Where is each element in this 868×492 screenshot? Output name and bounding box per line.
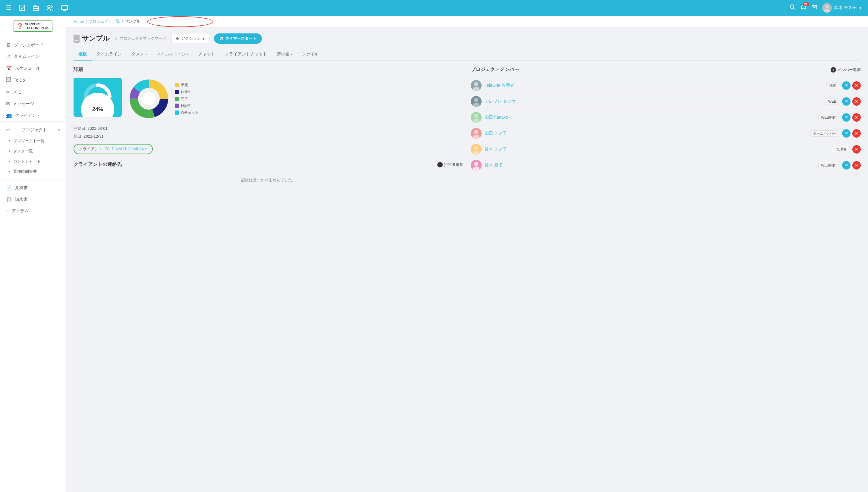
sidebar-item-message[interactable]: ✉ メッセージ <box>0 98 66 109</box>
email-button[interactable]: ✉ <box>842 129 850 138</box>
sub-item-label: ガントチャート <box>13 159 41 164</box>
tab-overview[interactable]: 概観 <box>73 48 92 60</box>
member-name[interactable]: TeleOne 管理者 <box>485 83 823 88</box>
sidebar-sub-item-task-list[interactable]: タスク一覧 <box>0 146 66 156</box>
member-row: 鈴木 テス子 管理者 ✕ <box>471 142 861 157</box>
member-row: テレワン タロウ WEB ✉ ✕ <box>471 94 861 109</box>
menu-icon[interactable]: ☰ <box>6 4 11 11</box>
member-name[interactable]: 鈴木 夏子 <box>485 163 815 168</box>
member-name[interactable]: 鈴木 テス子 <box>485 147 830 152</box>
tab-task[interactable]: タスク ▾ <box>126 48 151 60</box>
avatar <box>471 112 482 123</box>
tab-invoice[interactable]: 請求書 ▾ <box>272 48 297 60</box>
sidebar-item-client[interactable]: 👥 クライアント <box>0 109 66 121</box>
donut-chart <box>128 78 170 120</box>
sidebar-item-label: アイテム <box>12 208 29 214</box>
sidebar-sub-item-gantt[interactable]: ガントチャート <box>0 156 66 167</box>
sidebar-section-bottom: 📄 見積書 📋 請求書 ≡ アイテム <box>0 179 66 219</box>
page-title: サンプル <box>82 34 110 43</box>
items-icon: ≡ <box>6 208 9 214</box>
member-name[interactable]: テレワン タロウ <box>485 99 822 104</box>
legend-item-done: 完了 <box>175 96 198 101</box>
member-actions: ✉ ✕ <box>842 113 861 122</box>
member-name[interactable]: 山田 hanako <box>485 115 815 120</box>
email-button[interactable]: ✉ <box>842 161 850 170</box>
breadcrumb-projects[interactable]: プロジェクト一覧 <box>89 19 120 24</box>
tab-timeline[interactable]: タイムライン <box>92 48 126 60</box>
remove-button[interactable]: ✕ <box>852 145 861 153</box>
remove-button[interactable]: ✕ <box>852 81 861 90</box>
client-info: クライアント: TELE-KNOT-COMPANY <box>73 142 464 154</box>
bookmark-label: プロジェクトブックマーク <box>119 36 166 41</box>
breadcrumb-home[interactable]: Home <box>73 19 84 24</box>
legend-color-wcheck <box>175 110 179 115</box>
avatar <box>471 144 482 155</box>
sidebar-item-label: メッセージ <box>13 101 34 106</box>
tab-milestone[interactable]: マイルストーン ▾ <box>151 48 193 60</box>
page-header: □ サンプル ☆ プロジェクトブックマーク ⚙ アクション ▾ ⏱ タイマースタ… <box>73 33 861 44</box>
search-icon[interactable] <box>790 4 796 12</box>
member-role: WEB <box>825 98 839 104</box>
email-button[interactable]: ✉ <box>842 113 850 122</box>
sidebar-item-schedule[interactable]: 📅 スケジュール <box>0 62 66 74</box>
invoice-icon: 📋 <box>6 197 12 202</box>
sidebar-item-label: 見積書 <box>15 185 28 191</box>
user-profile[interactable]: 鈴木 テス子 ▼ <box>822 3 862 13</box>
remove-button[interactable]: ✕ <box>852 161 861 170</box>
svg-point-31 <box>473 151 479 155</box>
legend-item-reviewing: 検討中 <box>175 103 198 108</box>
tab-chat[interactable]: チャット <box>193 48 220 60</box>
remove-button[interactable]: ✕ <box>852 97 861 106</box>
svg-point-33 <box>473 167 479 171</box>
remove-button[interactable]: ✕ <box>852 113 861 122</box>
task-icon[interactable] <box>19 4 25 11</box>
legend-item-scheduled: 予定 <box>175 82 198 88</box>
end-date: 期日: 2021-12-31 <box>73 134 464 139</box>
tab-label: チャット <box>198 51 215 57</box>
plus-icon: + <box>830 67 836 73</box>
tab-files[interactable]: ファイル <box>297 48 323 60</box>
notification-icon[interactable]: 22 <box>800 4 806 12</box>
chart-area: 24% <box>73 78 464 120</box>
svg-rect-13 <box>6 77 10 81</box>
remove-button[interactable]: ✕ <box>852 129 861 138</box>
add-contact-label: 担当者追加 <box>444 162 464 167</box>
memo-icon: ✏ <box>6 89 10 95</box>
bookmark-button[interactable]: ☆ プロジェクトブックマーク <box>115 36 166 41</box>
sidebar-sub-item-worktime[interactable]: 業務時間管理 <box>0 167 66 177</box>
sidebar-item-memo[interactable]: ✏ メモ <box>0 86 66 98</box>
sidebar-item-project[interactable]: ▭ プロジェクト ▾ <box>0 124 66 136</box>
progress-widget: 24% <box>73 78 122 117</box>
top-navigation: ☰ 22 鈴木 テス子 ▼ <box>0 0 868 16</box>
sidebar-item-invoice[interactable]: 📋 請求書 <box>0 194 66 205</box>
members-title: プロジェクトメンバー <box>471 67 519 73</box>
email-button[interactable]: ✉ <box>842 81 850 90</box>
sidebar-item-dashboard[interactable]: 🖥 ダッシュボード <box>0 40 66 51</box>
briefcase-icon[interactable] <box>32 4 39 11</box>
page-title-area: □ サンプル <box>73 34 110 43</box>
member-name[interactable]: 山田 テス子 <box>485 131 807 136</box>
content-area: Home / プロジェクト一覧 / サンプル □ サンプル ☆ プロジェクトブッ… <box>66 16 868 492</box>
sidebar-item-estimate[interactable]: 📄 見積書 <box>0 182 66 194</box>
legend-item-working: 作業中 <box>175 90 198 95</box>
sidebar-item-items[interactable]: ≡ アイテム <box>0 205 66 217</box>
people-icon[interactable] <box>46 4 54 11</box>
svg-point-3 <box>48 5 50 8</box>
monitor-icon[interactable] <box>61 4 68 11</box>
sidebar-sub-item-project-list[interactable]: プロジェクト一覧 <box>0 136 66 146</box>
sub-item-label: プロジェクト一覧 <box>13 138 45 144</box>
action-button[interactable]: ⚙ アクション ▾ <box>171 34 209 43</box>
mail-icon[interactable] <box>811 4 817 12</box>
email-button[interactable]: ✉ <box>842 97 850 106</box>
add-contact-button[interactable]: + 担当者追加 <box>437 162 464 167</box>
tab-arrow-icon: ▾ <box>187 53 189 56</box>
timer-button[interactable]: ⏱ タイマースタート <box>214 33 262 44</box>
sidebar-item-timeline[interactable]: ⏱ タイムライン <box>0 51 66 62</box>
empty-message: 記録は見つかりませんでした。 <box>73 171 464 189</box>
client-link[interactable]: TELE-KNOT-COMPANY <box>104 147 147 151</box>
tab-client-chat[interactable]: クライアントチャット <box>220 48 272 60</box>
sidebar-item-todo[interactable]: To Do <box>0 74 66 86</box>
add-member-button[interactable]: + メンバー追加 <box>830 67 861 73</box>
member-row: TeleOne 管理者 課長 ✉ ✕ <box>471 78 861 94</box>
legend-label: 作業中 <box>181 90 192 95</box>
